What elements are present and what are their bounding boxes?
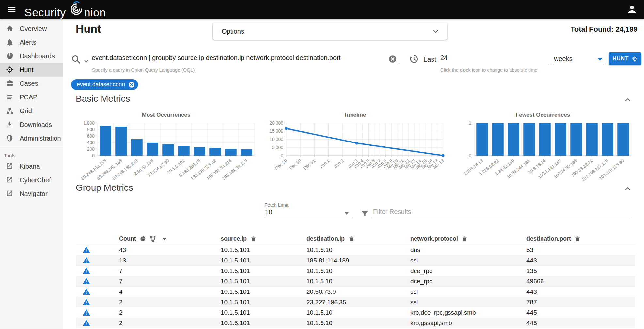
cell-network-protocol[interactable]: dns (410, 247, 526, 254)
cell-destination-ip[interactable]: 20.50.73.9 (306, 288, 410, 295)
sidebar-item-overview[interactable]: Overview (0, 22, 63, 36)
cell-destination-port[interactable]: 49666 (526, 278, 635, 285)
column-header-count[interactable]: Count (119, 235, 221, 243)
cell-count[interactable]: 43 (119, 247, 221, 254)
cell-network-protocol[interactable]: dce_rpc (410, 267, 526, 275)
fetch-limit-select[interactable]: 10 (264, 208, 351, 218)
alert-triangle-icon[interactable] (82, 246, 90, 254)
sidebar-item-alerts[interactable]: Alerts (0, 36, 63, 49)
relative-time-history-icon[interactable] (409, 54, 418, 64)
filter-chip[interactable]: event.dataset:conn (71, 79, 138, 90)
cell-network-protocol[interactable]: ssl (410, 299, 526, 306)
cell-source-ip[interactable]: 10.1.5.101 (221, 278, 306, 285)
query-history-chevron-icon[interactable] (83, 58, 89, 64)
table-row: 7 10.1.5.101 10.1.5.10 dce_rpc 49666 (76, 276, 635, 287)
alert-triangle-icon[interactable] (82, 298, 90, 306)
cell-network-protocol[interactable]: ssl (410, 257, 526, 264)
alert-triangle-icon[interactable] (82, 319, 90, 327)
cell-destination-ip[interactable]: 185.81.114.189 (306, 257, 410, 264)
cell-source-ip[interactable]: 10.1.5.101 (221, 288, 306, 295)
cell-destination-ip[interactable]: 10.1.5.10 (306, 320, 410, 327)
cell-destination-ip[interactable]: 10.1.5.10 (306, 309, 410, 316)
cell-network-protocol[interactable]: ssl (410, 288, 526, 295)
cell-destination-port[interactable]: 443 (526, 257, 635, 264)
svg-text:0: 0 (281, 153, 283, 158)
cell-destination-port[interactable]: 445 (526, 320, 635, 327)
chart-type-dropdown-icon[interactable] (162, 238, 167, 240)
alert-triangle-icon[interactable] (82, 308, 90, 317)
sankey-diagram-icon[interactable] (149, 235, 157, 243)
table-row: 2 10.1.5.101 10.1.5.10 krb,gssapi,smb 44… (76, 318, 635, 328)
crosshair-icon (632, 56, 638, 62)
column-header-destination-ip[interactable]: destination.ip (306, 235, 410, 242)
sidebar-item-cyberchef[interactable]: CyberChef (0, 173, 63, 187)
total-found-value: 24,199 (616, 25, 637, 33)
cell-count[interactable]: 2 (119, 299, 221, 306)
alert-triangle-icon[interactable] (82, 288, 90, 296)
hunt-button[interactable]: HUNT (609, 52, 641, 65)
collapse-group-metrics-icon[interactable] (624, 185, 632, 193)
cell-destination-ip[interactable]: 10.1.5.10 (306, 267, 410, 275)
collapse-basic-metrics-icon[interactable] (624, 96, 632, 104)
table-row: 4 10.1.5.101 20.50.73.9 ssl 443 (76, 287, 635, 297)
column-header-destination-port[interactable]: destination.port (526, 235, 635, 242)
sidebar-item-dashboards[interactable]: Dashboards (0, 49, 63, 63)
cell-source-ip[interactable]: 10.1.5.101 (221, 257, 306, 264)
sidebar-item-hunt[interactable]: Hunt (0, 63, 63, 77)
trash-icon[interactable] (250, 236, 257, 242)
cell-destination-ip[interactable]: 10.1.5.10 (306, 247, 410, 254)
cell-destination-port[interactable]: 443 (526, 288, 635, 295)
cell-source-ip[interactable]: 10.1.5.101 (221, 320, 306, 327)
options-expander[interactable]: Options (213, 23, 447, 40)
tools-section-label: Tools (0, 148, 63, 159)
trash-icon[interactable] (574, 236, 581, 242)
cell-destination-port[interactable]: 135 (526, 267, 635, 275)
cell-network-protocol[interactable]: krb,dce_rpc,gssapi,smb (410, 309, 526, 316)
trash-icon[interactable] (462, 236, 468, 242)
menu-toggle-icon[interactable] (7, 5, 17, 14)
svg-text:Dec 29: Dec 29 (274, 158, 288, 171)
table-row: 7 10.1.5.101 10.1.5.10 dce_rpc 135 (76, 266, 635, 276)
cell-destination-ip[interactable]: 10.1.5.10 (306, 278, 410, 285)
svg-text:5,000: 5,000 (272, 145, 283, 150)
column-header-source-ip[interactable]: source.ip (221, 235, 306, 242)
cell-destination-port[interactable]: 53 (526, 247, 635, 254)
remove-filter-icon[interactable] (128, 81, 135, 88)
cell-count[interactable]: 2 (119, 309, 221, 316)
cell-network-protocol[interactable]: dce_rpc (410, 278, 526, 285)
pie-chart-toggle-icon[interactable] (140, 236, 146, 242)
trash-icon[interactable] (348, 236, 354, 242)
sidebar-item-downloads[interactable]: Downloads (0, 118, 63, 131)
duration-unit-select[interactable]: weeks (553, 52, 604, 65)
cell-source-ip[interactable]: 10.1.5.101 (221, 299, 306, 306)
duration-input[interactable] (439, 52, 549, 65)
cell-source-ip[interactable]: 10.1.5.101 (221, 247, 306, 254)
filter-results-input[interactable] (372, 207, 630, 218)
sidebar-item-pcap[interactable]: PCAP (0, 90, 63, 104)
cell-destination-port[interactable]: 787 (526, 299, 635, 306)
group-metrics-table: Count source.ip destination.ip (76, 233, 635, 328)
query-input[interactable] (89, 52, 398, 65)
alert-triangle-icon[interactable] (82, 256, 90, 264)
cell-count[interactable]: 7 (119, 267, 221, 275)
cell-destination-port[interactable]: 445 (526, 309, 635, 316)
sidebar-item-kibana[interactable]: Kibana (0, 159, 63, 173)
alert-triangle-icon[interactable] (82, 277, 90, 285)
column-header-network-protocol[interactable]: network.protocol (410, 235, 526, 242)
cell-network-protocol[interactable]: krb,gssapi,smb (410, 320, 526, 327)
sidebar-item-administration[interactable]: Administration (0, 131, 63, 145)
sidebar-item-grid[interactable]: Grid (0, 104, 63, 118)
cell-count[interactable]: 4 (119, 288, 221, 295)
sidebar-item-cases[interactable]: Cases (0, 77, 63, 90)
clear-query-icon[interactable] (388, 55, 397, 63)
user-account-icon[interactable] (626, 4, 637, 15)
sitemap-icon (6, 107, 14, 115)
alert-triangle-icon[interactable] (82, 267, 90, 275)
sidebar-item-navigator[interactable]: Navigator (0, 187, 63, 201)
cell-source-ip[interactable]: 10.1.5.101 (221, 309, 306, 316)
cell-count[interactable]: 7 (119, 278, 221, 285)
cell-count[interactable]: 2 (119, 320, 221, 327)
cell-source-ip[interactable]: 10.1.5.101 (221, 267, 306, 275)
cell-destination-ip[interactable]: 23.227.196.35 (306, 299, 410, 306)
cell-count[interactable]: 13 (119, 257, 221, 264)
